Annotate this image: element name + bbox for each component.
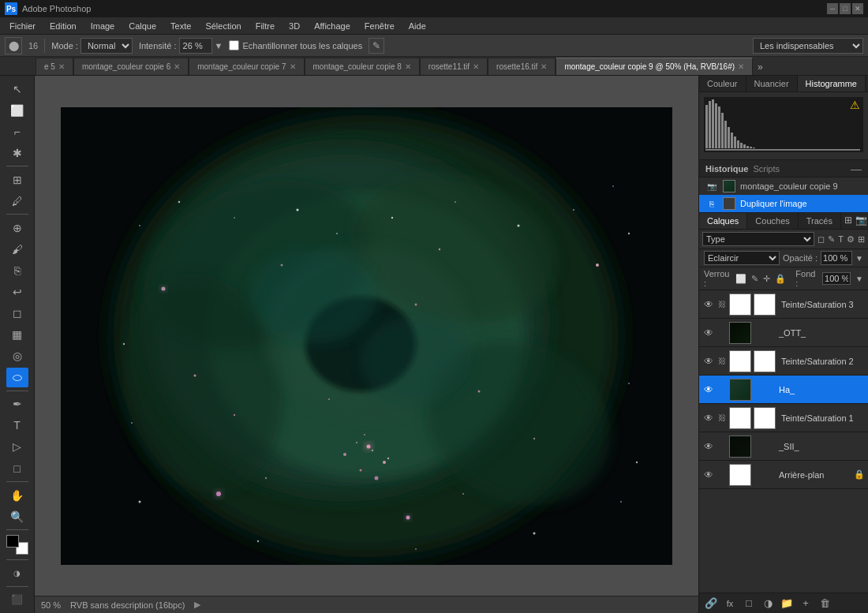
zoom-tool[interactable]: 🔍 — [6, 506, 28, 526]
menu-image[interactable]: Image — [84, 20, 122, 32]
fond-arrow[interactable]: ▼ — [855, 275, 863, 283]
layer-eye-teinte3[interactable]: 👁 — [702, 298, 715, 311]
minimize-button[interactable]: ─ — [827, 3, 838, 14]
menu-fenetre[interactable]: Fenêtre — [358, 20, 401, 32]
menu-calque[interactable]: Calque — [122, 20, 163, 32]
menu-texte[interactable]: Texte — [164, 20, 197, 32]
shape-tool[interactable]: □ — [6, 458, 28, 478]
tab-calques[interactable]: Calques — [699, 213, 747, 229]
foreground-color[interactable] — [6, 535, 19, 548]
tab-close[interactable]: ✕ — [405, 62, 411, 71]
spot-heal-tool[interactable]: ⊕ — [6, 218, 28, 237]
scripts-tab[interactable]: Scripts — [753, 164, 780, 174]
pen-tool[interactable]: ✒ — [6, 394, 28, 414]
layer-eye-sii[interactable]: 👁 — [702, 440, 715, 453]
layer-link-btn[interactable]: 🔗 — [704, 596, 718, 611]
tab-close[interactable]: ✕ — [58, 62, 65, 71]
menu-filtre[interactable]: Filtre — [249, 20, 281, 32]
menu-3d[interactable]: 3D — [282, 20, 306, 32]
workspace-select[interactable]: Les indispensables — [753, 38, 863, 54]
lock-position-btn[interactable]: ✛ — [763, 274, 770, 284]
status-arrow[interactable]: ▶ — [194, 600, 200, 610]
canvas-container[interactable] — [35, 76, 698, 596]
layer-eye-ha[interactable]: 👁 — [702, 383, 715, 396]
tab-nuancier[interactable]: Nuancier — [746, 76, 798, 92]
history-brush-tool[interactable]: ↩ — [6, 282, 28, 301]
mode-select[interactable]: Normal — [80, 38, 133, 54]
tab-rosette16[interactable]: rosette16.tif ✕ — [488, 58, 556, 75]
layers-type-icon3[interactable]: T — [838, 234, 844, 244]
tab-copy6[interactable]: montage_couleur copie 6 ✕ — [73, 58, 189, 75]
layer-item-ott[interactable]: 👁 _OTT_ — [699, 319, 868, 347]
tab-close[interactable]: ✕ — [541, 62, 547, 71]
fond-input[interactable] — [822, 272, 851, 285]
opacity-input[interactable] — [821, 251, 852, 265]
eraser-tool[interactable]: ◻ — [6, 304, 28, 323]
layers-type-icon5[interactable]: ⊞ — [858, 234, 865, 245]
tab-close[interactable]: ✕ — [738, 62, 744, 71]
color-pair[interactable] — [6, 535, 28, 555]
layer-fx-btn[interactable]: fx — [723, 596, 737, 611]
layers-type-select[interactable]: Type — [702, 232, 814, 246]
crop-tool[interactable]: ⊞ — [6, 170, 28, 189]
selection-rect-tool[interactable]: ⬜ — [6, 100, 28, 120]
eyedropper-tool[interactable]: 🖊 — [6, 191, 28, 211]
blur-tool[interactable]: ◎ — [6, 346, 28, 366]
tab-histogramme[interactable]: Histogramme — [798, 76, 866, 92]
clone-stamp-tool[interactable]: ⎘ — [6, 260, 28, 280]
layer-adj-btn[interactable]: ◑ — [761, 596, 775, 611]
close-button[interactable]: ✕ — [852, 3, 863, 14]
tab-traces[interactable]: Tracés — [799, 213, 841, 229]
hand-tool[interactable]: ✋ — [6, 485, 28, 505]
tab-rosette11[interactable]: rosette11.tif ✕ — [420, 58, 488, 75]
blend-mode-select[interactable]: Eclaircir — [704, 251, 780, 265]
tab-close[interactable]: ✕ — [290, 62, 296, 71]
layer-group-btn[interactable]: 📁 — [780, 596, 794, 611]
layer-item-teinte2[interactable]: 👁 ⛓ Teinte/Saturation 2 — [699, 347, 868, 376]
tab-copy9-active[interactable]: montage_couleur copie 9 @ 50% (Ha, RVB/1… — [556, 58, 753, 75]
layer-item-sii[interactable]: 👁 _SII_ — [699, 432, 868, 461]
tab-couleur[interactable]: Couleur — [699, 76, 746, 92]
restore-button[interactable]: □ — [840, 3, 851, 14]
lock-transparent-btn[interactable]: ⬜ — [735, 274, 746, 284]
layer-eye-bg[interactable]: 👁 — [702, 469, 715, 481]
layer-eye-teinte1[interactable]: 👁 — [702, 412, 715, 424]
tab-close[interactable]: ✕ — [473, 62, 479, 71]
tab-copy7[interactable]: montage_couleur copie 7 ✕ — [189, 58, 304, 75]
tab-copy8[interactable]: montage_couleur copie 8 ✕ — [305, 58, 420, 75]
tab-e5[interactable]: e 5 ✕ — [36, 58, 73, 75]
intensity-arrow[interactable]: ▼ — [215, 41, 223, 50]
layers-type-icon2[interactable]: ✎ — [828, 234, 835, 245]
menu-edition[interactable]: Edition — [43, 20, 83, 32]
opacity-arrow[interactable]: ▼ — [855, 254, 863, 263]
layer-delete-btn[interactable]: 🗑 — [817, 596, 832, 611]
quick-select-tool[interactable]: ✱ — [6, 143, 28, 163]
layers-type-icon1[interactable]: ◻ — [817, 234, 825, 245]
layer-new-btn[interactable]: + — [799, 596, 813, 611]
tab-overflow-btn[interactable]: » — [753, 59, 768, 75]
lock-pixels-btn[interactable]: ✎ — [751, 274, 758, 284]
screen-mode-btn[interactable]: ⬛ — [6, 590, 28, 610]
quick-mask-btn[interactable]: ◑ — [6, 563, 28, 583]
brush-tool active[interactable]: 🖌 — [6, 239, 28, 259]
intensity-input[interactable] — [179, 38, 212, 54]
menu-selection[interactable]: Sélection — [199, 20, 247, 32]
layer-item-ha[interactable]: 👁 Ha_ — [699, 376, 868, 404]
menu-affichage[interactable]: Affichage — [308, 20, 357, 32]
layer-add-btn[interactable]: ⊞ — [844, 215, 852, 227]
layer-item-bg[interactable]: 👁 Arrière-plan 🔒 — [699, 461, 868, 489]
menu-fichier[interactable]: Fichier — [3, 20, 42, 32]
text-tool[interactable]: T — [6, 416, 28, 435]
sample-all-icon[interactable]: ✎ — [369, 38, 384, 54]
menu-aide[interactable]: Aide — [402, 20, 432, 32]
tab-couches[interactable]: Couches — [747, 213, 798, 229]
dodge-tool[interactable]: ⬭ — [6, 368, 28, 387]
layer-eye-teinte2[interactable]: 👁 — [702, 355, 715, 368]
lasso-tool[interactable]: ⌐ — [6, 121, 28, 141]
tab-close[interactable]: ✕ — [174, 62, 180, 71]
gradient-tool[interactable]: ▦ — [6, 325, 28, 345]
layer-mask-add-btn[interactable]: □ — [742, 596, 756, 611]
layer-eye-ott[interactable]: 👁 — [702, 327, 715, 339]
path-select-tool[interactable]: ▷ — [6, 437, 28, 457]
history-tab[interactable]: Historique — [705, 164, 748, 174]
